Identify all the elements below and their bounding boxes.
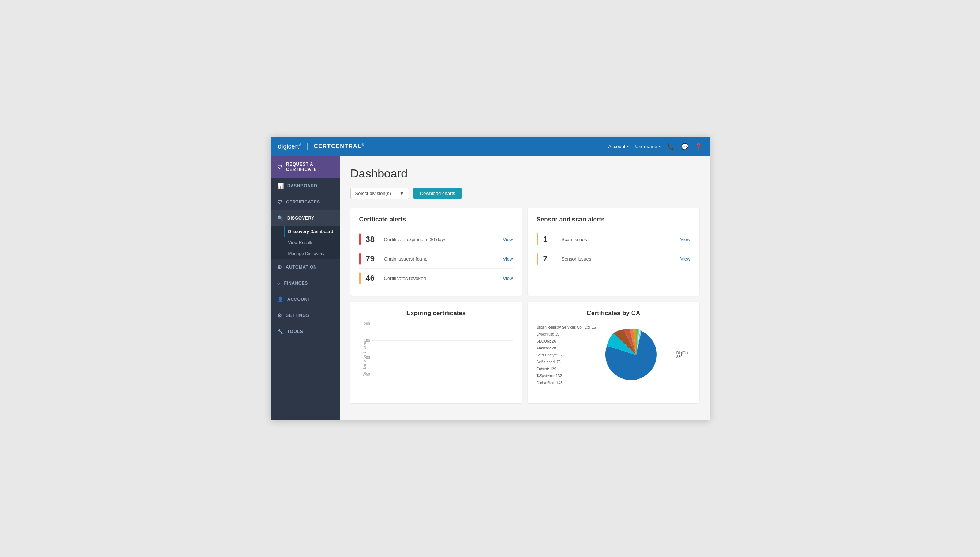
username-nav-link[interactable]: Username ▾ xyxy=(635,144,661,149)
account-icon: 👤 xyxy=(277,296,284,302)
expiring-chart-card: Expiring certificates 200 150 100 50 xyxy=(351,301,522,403)
brand-area: digicert® | CERTCENTRAL® xyxy=(278,142,365,151)
alert-view-revoked[interactable]: View xyxy=(503,275,513,281)
bar-chart-inner: Number of certificates xyxy=(372,322,513,395)
y-axis-title: Number of certificates xyxy=(362,341,367,376)
view-results-label: View Results xyxy=(288,240,314,245)
certs-by-ca-card: Certificates by CA Japan Registry Servic… xyxy=(528,301,699,403)
sidebar-item-dashboard-label: Dashboard xyxy=(287,183,317,189)
digicert-legend-label: DigiCert: 839 xyxy=(676,351,691,359)
download-charts-button[interactable]: Download charts xyxy=(413,188,462,199)
certs-by-ca-title: Certificates by CA xyxy=(536,309,691,317)
sidebar-item-request-cert[interactable]: 🛡 Request a Certificate xyxy=(271,156,340,178)
alert-indicator-revoked xyxy=(359,272,361,284)
account-text: Account xyxy=(608,144,626,149)
sidebar-sub-item-view-results[interactable]: View Results xyxy=(284,237,340,248)
alert-label-chain: Chain issue(s) found xyxy=(384,256,498,262)
sidebar-item-certificates-label: Certificates xyxy=(286,199,320,205)
alert-indicator-sensor xyxy=(536,253,538,265)
brand-logo: digicert® | CERTCENTRAL® xyxy=(278,142,365,151)
shield-plus-icon: 🛡 xyxy=(277,164,283,170)
help-icon[interactable]: ❓ xyxy=(695,143,702,150)
toolbar: Select division(s) ▼ Download charts xyxy=(351,188,699,199)
account-nav-link[interactable]: Certificates by CA Account ▾ xyxy=(608,144,629,149)
expiring-chart-title: Expiring certificates xyxy=(359,309,513,317)
division-caret-icon: ▼ xyxy=(400,191,404,196)
bars-container xyxy=(374,322,512,389)
select-division-placeholder: Select division(s) xyxy=(355,191,391,196)
sidebar-item-settings[interactable]: ⚙ Settings xyxy=(271,308,340,324)
certificate-alerts-title: Certficate alerts xyxy=(359,216,513,223)
chat-icon[interactable]: 💬 xyxy=(681,143,689,150)
sidebar-item-tools[interactable]: 🔧 Tools xyxy=(271,324,340,340)
alert-row-chain: 79 Chain issue(s) found View xyxy=(359,249,513,269)
sidebar: 🛡 Request a Certificate 📊 Dashboard 🛡 Ce… xyxy=(271,156,340,420)
sidebar-item-discovery[interactable]: 🔍 Discovery xyxy=(271,210,340,226)
legend-item-secom: SECOM: 26 xyxy=(536,338,596,345)
phone-icon[interactable]: 📞 xyxy=(667,143,674,150)
sidebar-item-finances-label: Finances xyxy=(284,281,308,286)
alert-row-revoked: 46 Certificates revoked View xyxy=(359,269,513,288)
search-icon: 🔍 xyxy=(277,215,284,221)
sidebar-item-finances[interactable]: ○ Finances xyxy=(271,275,340,291)
sidebar-item-request-cert-label: Request a Certificate xyxy=(286,162,334,172)
charts-row: Expiring certificates 200 150 100 50 xyxy=(351,301,699,403)
legend-item-amazon: Amazon: 28 xyxy=(536,345,596,352)
main-layout: 🛡 Request a Certificate 📊 Dashboard 🛡 Ce… xyxy=(271,156,710,420)
sensor-alerts-card: Sensor and scan alerts 1 Scan issues Vie… xyxy=(528,208,699,296)
alert-indicator-chain xyxy=(359,253,361,265)
alert-number-7: 7 xyxy=(543,254,556,264)
alert-indicator-scan xyxy=(536,233,538,245)
legend-item-selfsigned: Self signed: 75 xyxy=(536,359,596,366)
pie-chart-svg xyxy=(600,322,673,388)
digicert-reg: ® xyxy=(299,143,302,147)
pie-legend: Japan Registry Services Co., Ltd: 16 Cyb… xyxy=(536,324,596,386)
nav-right: Certificates by CA Account ▾ Username ▾ … xyxy=(608,143,702,150)
alert-view-chain[interactable]: View xyxy=(503,256,513,262)
alert-label-revoked: Certificates revoked xyxy=(384,275,498,281)
legend-item-letsencrypt: Let's Encrypt: 63 xyxy=(536,352,596,359)
sidebar-item-dashboard[interactable]: 📊 Dashboard xyxy=(271,178,340,194)
alert-number-1: 1 xyxy=(543,235,556,244)
sidebar-item-tools-label: Tools xyxy=(287,329,303,334)
sidebar-item-automation[interactable]: ⚙ Automation xyxy=(271,259,340,275)
discovery-dashboard-label: Discovery Dashboard xyxy=(288,229,333,234)
top-navigation: digicert® | CERTCENTRAL® Certificates by… xyxy=(271,137,710,156)
sidebar-sub-item-manage-discovery[interactable]: Manage Discovery xyxy=(284,248,340,259)
username-caret: ▾ xyxy=(659,145,661,148)
certificates-icon: 🛡 xyxy=(277,199,283,205)
finances-icon: ○ xyxy=(277,280,281,286)
legend-item-tsystems: T-Systems: 132 xyxy=(536,373,596,379)
sidebar-item-discovery-label: Discovery xyxy=(287,215,315,221)
digicert-brand: digicert® xyxy=(278,143,302,150)
alert-label-sensor: Sensor issues xyxy=(562,256,675,262)
alert-number-79: 79 xyxy=(366,254,379,264)
y-axis-200: 200 xyxy=(364,322,370,326)
alert-view-sensor[interactable]: View xyxy=(680,256,691,262)
bar-chart-icon: 📊 xyxy=(277,183,284,189)
sensor-alerts-title: Sensor and scan alerts xyxy=(536,216,691,223)
alert-indicator-red xyxy=(359,233,361,245)
select-division-dropdown[interactable]: Select division(s) ▼ xyxy=(351,188,409,199)
settings-icon: ⚙ xyxy=(277,313,283,318)
content-area: Dashboard Select division(s) ▼ Download … xyxy=(340,156,710,420)
manage-discovery-label: Manage Discovery xyxy=(288,251,325,256)
sidebar-sub-item-discovery-dashboard[interactable]: Discovery Dashboard xyxy=(284,226,340,237)
alert-row-scan: 1 Scan issues View xyxy=(536,230,691,249)
alert-view-scan[interactable]: View xyxy=(680,237,691,242)
account-caret: ▾ xyxy=(627,145,629,148)
alert-label-scan: Scan issues xyxy=(562,237,675,242)
certcentral-brand: CERTCENTRAL® xyxy=(314,143,364,150)
sidebar-item-account[interactable]: 👤 Account xyxy=(271,291,340,308)
alert-number-46: 46 xyxy=(366,274,379,283)
alert-row-sensor: 7 Sensor issues View xyxy=(536,249,691,268)
sidebar-item-settings-label: Settings xyxy=(286,313,309,318)
username-text: Username xyxy=(635,144,657,149)
sidebar-item-certificates[interactable]: 🛡 Certificates xyxy=(271,194,340,210)
alert-number-38: 38 xyxy=(366,235,379,244)
legend-item-globalsign: GlobalSign: 143 xyxy=(536,379,596,386)
alerts-row: Certficate alerts 38 Certificate expirin… xyxy=(351,208,699,296)
alert-view-expiring[interactable]: View xyxy=(503,237,513,242)
alert-row-expiring: 38 Certificate expiring in 30 days View xyxy=(359,230,513,249)
alert-label-expiring: Certificate expiring in 30 days xyxy=(384,237,498,242)
